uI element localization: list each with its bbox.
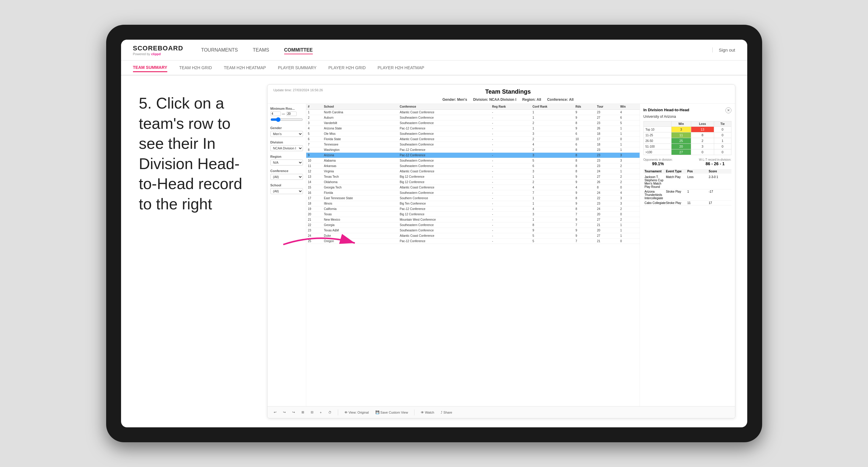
subnav-player-h2h-grid[interactable]: PLAYER H2H GRID [328, 64, 366, 71]
school-select[interactable]: (All) [271, 188, 303, 194]
table-row[interactable]: 10 Alabama Southeastern Conference - 5 8… [306, 158, 640, 163]
cell-conference: Big 12 Conference [398, 174, 490, 180]
tournament-table-header: Tournament Event Type Pos Score [644, 169, 732, 174]
copy-button[interactable]: ⊞ [300, 410, 306, 415]
clock-button[interactable]: ⏱ [327, 410, 333, 415]
cell-school: Virginia [322, 169, 398, 174]
cell-tour: 24 [595, 190, 618, 196]
table-row[interactable]: 3 Vanderbilt Southeastern Conference - 2… [306, 121, 640, 126]
table-row[interactable]: 25 Oregon Pac-12 Conference - 5 7 21 0 [306, 239, 640, 244]
table-row[interactable]: 1 North Carolina Atlantic Coast Conferen… [306, 110, 640, 115]
cell-win: 1 [618, 222, 640, 228]
view-original-button[interactable]: 👁 View: Original [343, 410, 371, 415]
add-button[interactable]: + [318, 410, 323, 415]
table-row[interactable]: 23 Texas A&M Southeastern Conference - 9… [306, 228, 640, 233]
cell-num: 1 [306, 110, 322, 115]
cell-num: 20 [306, 212, 322, 217]
h2h-col-win: Win [671, 121, 691, 127]
cell-school: Duke [322, 233, 398, 239]
h2h-col-range [644, 121, 671, 127]
undo-button[interactable]: ↩ [272, 410, 278, 415]
table-row[interactable]: 16 Florida Southeastern Conference - 7 9… [306, 190, 640, 196]
table-row[interactable]: 24 Duke Atlantic Coast Conference - 5 9 … [306, 233, 640, 239]
cell-conf-rank: 3 [531, 131, 574, 136]
share-button[interactable]: ⤴ Share [439, 410, 454, 415]
subnav-team-h2h-heatmap[interactable]: TEAM H2H HEATMAP [224, 64, 266, 71]
sub-nav: TEAM SUMMARY TEAM H2H GRID TEAM H2H HEAT… [121, 61, 747, 75]
table-row[interactable]: 20 Texas Big 12 Conference - 3 7 20 0 [306, 212, 640, 217]
subnav-team-summary[interactable]: TEAM SUMMARY [133, 64, 167, 72]
cell-conference: Big 12 Conference [398, 212, 490, 217]
min-rounds-input[interactable] [271, 112, 281, 116]
cell-tour: 20 [595, 212, 618, 217]
table-row[interactable]: 17 East Tennessee State Southern Confere… [306, 196, 640, 201]
table-row[interactable]: 8 Washington Pac-12 Conference - 2 8 23 … [306, 147, 640, 153]
table-row[interactable]: 7 Tennessee Southeastern Conference - 4 … [306, 142, 640, 147]
cell-num: 10 [306, 158, 322, 163]
nav-committee[interactable]: COMMITTEE [284, 46, 313, 54]
cell-rds: 8 [574, 196, 595, 201]
table-row[interactable]: 15 Georgia Tech Atlantic Coast Conferenc… [306, 185, 640, 190]
region-filter-label: Region [271, 155, 303, 158]
cell-reg-rank: - [490, 180, 530, 185]
save-custom-button[interactable]: 💾 Save Custom View [374, 410, 410, 415]
table-row[interactable]: 19 California Pac-12 Conference - 4 8 24… [306, 206, 640, 212]
conference-select[interactable]: (All) [271, 174, 303, 180]
cell-num: 12 [306, 169, 322, 174]
cell-win: 2 [618, 180, 640, 185]
conference-filter: Conference (All) [271, 169, 303, 180]
h2h-cell-label: 26-50 [644, 138, 671, 144]
sign-out-button[interactable]: Sign out [712, 48, 735, 53]
cell-tour: 18 [595, 142, 618, 147]
col-tour: Tour [595, 104, 618, 110]
cell-school: California [322, 206, 398, 212]
nav-teams[interactable]: TEAMS [253, 46, 269, 54]
table-row[interactable]: 13 Texas Tech Big 12 Conference - 1 9 27… [306, 174, 640, 180]
cell-rds: 9 [574, 115, 595, 121]
cell-rds: 9 [574, 228, 595, 233]
h2h-close-button[interactable]: ✕ [725, 107, 732, 113]
cell-conf-rank: 3 [531, 212, 574, 217]
table-row[interactable]: 22 Georgia Southeastern Conference - 8 7… [306, 222, 640, 228]
table-row[interactable]: 9 Arizona Pac-12 Conference - 3 8 23 3 [306, 153, 640, 158]
table-row[interactable]: 11 Arkansas Southeastern Conference - 6 … [306, 163, 640, 169]
subnav-player-h2h-heatmap[interactable]: PLAYER H2H HEATMAP [377, 64, 424, 71]
cell-reg-rank: - [490, 163, 530, 169]
h2h-wlt-label: W-L-T record in-division: [699, 158, 732, 161]
cell-conference: Pac-12 Conference [398, 239, 490, 244]
watch-icon: 👁 [421, 411, 424, 414]
cell-reg-rank: - [490, 142, 530, 147]
h2h-cell-loss: 3 [691, 144, 714, 149]
table-row[interactable]: 4 Arizona State Pac-12 Conference - 1 9 … [306, 126, 640, 131]
paste-button[interactable]: ⊟ [309, 410, 315, 415]
division-select[interactable]: NCAA Division I [271, 145, 303, 151]
table-row[interactable]: 2 Auburn Southeastern Conference - 1 9 2… [306, 115, 640, 121]
min-rounds-max-input[interactable] [286, 112, 297, 116]
watch-button[interactable]: 👁 Watch [419, 410, 436, 415]
table-row[interactable]: 21 New Mexico Mountain West Conference -… [306, 217, 640, 222]
table-row[interactable]: 6 Florida State Atlantic Coast Conferenc… [306, 136, 640, 142]
cell-num: 9 [306, 153, 322, 158]
cell-rds: 8 [574, 158, 595, 163]
table-row[interactable]: 18 Illinois Big Ten Conference - 1 9 23 … [306, 201, 640, 206]
cell-rds: 7 [574, 212, 595, 217]
table-row[interactable]: 14 Oklahoma Big 12 Conference - 2 9 26 2 [306, 180, 640, 185]
table-row[interactable]: 5 Ole Miss Southeastern Conference - 3 6… [306, 131, 640, 136]
region-select[interactable]: N/A [271, 160, 303, 165]
cell-conf-rank: 5 [531, 158, 574, 163]
cell-conf-rank: 1 [531, 174, 574, 180]
subnav-team-h2h-grid[interactable]: TEAM H2H GRID [179, 64, 212, 71]
tournament-section: Tournament Event Type Pos Score Jackson … [644, 169, 732, 206]
min-rounds-slider[interactable] [271, 117, 303, 122]
cell-tour: 23 [595, 147, 618, 153]
subnav-player-summary[interactable]: PLAYER SUMMARY [278, 64, 316, 71]
table-row[interactable]: 12 Virginia Atlantic Coast Conference - … [306, 169, 640, 174]
cell-conference: Southeastern Conference [398, 228, 490, 233]
gender-select[interactable]: Men's [271, 131, 303, 137]
cell-conference: Atlantic Coast Conference [398, 136, 490, 142]
h2h-cell-win: 25 [671, 138, 691, 144]
cell-win: 2 [618, 206, 640, 212]
redo-button-1[interactable]: ↪ [281, 410, 287, 415]
nav-tournaments[interactable]: TOURNAMENTS [201, 46, 238, 54]
redo-button-2[interactable]: ↪ [290, 410, 297, 415]
